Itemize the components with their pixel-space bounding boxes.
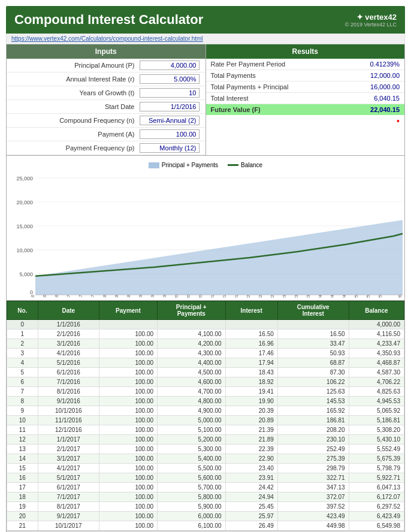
- result-value-0: 0.41239%: [352, 61, 400, 68]
- table-cell: 4,800.00: [158, 397, 225, 406]
- table-cell: 6,549.98: [349, 521, 404, 531]
- table-cell: 6/1/2017: [38, 483, 99, 492]
- table-cell: 6: [7, 377, 38, 387]
- table-cell: 4,233.47: [349, 339, 404, 349]
- result-row-1: Total Payments 12,000.00: [206, 70, 405, 81]
- table-cell: 4,600.00: [158, 377, 225, 387]
- table-cell: 100.00: [99, 358, 157, 368]
- result-value-3: 6,040.15: [352, 95, 400, 102]
- input-value-0[interactable]: 4,000.00: [140, 61, 200, 70]
- table-cell: 17.94: [225, 358, 277, 368]
- table-row: 56/1/2016100.004,500.0018.4387.304,587.3…: [7, 368, 404, 377]
- header: Compound Interest Calculator ✦ vertex42 …: [6, 6, 405, 34]
- results-header: Results: [206, 44, 405, 59]
- table-cell: 4,100.00: [158, 330, 225, 339]
- input-value-6[interactable]: Monthly (12): [140, 143, 200, 153]
- table-cell: 25.97: [225, 512, 277, 521]
- table-cell: 3/1/2016: [38, 339, 99, 349]
- result-value-1: 12,000.00: [352, 72, 400, 79]
- table-cell: 449.98: [277, 521, 349, 531]
- table-cell: 230.10: [277, 435, 349, 445]
- table-cell: 100.00: [99, 387, 157, 397]
- input-value-3[interactable]: 1/1/2016: [140, 102, 200, 111]
- input-label-1: Annual Interest Rate (r): [13, 75, 140, 83]
- table-cell: 322.71: [277, 473, 349, 483]
- col-header-balance: Balance: [349, 301, 404, 320]
- table-cell: 4,200.00: [158, 339, 225, 349]
- data-table: No. Date Payment Principal +Payments Int…: [7, 301, 404, 531]
- table-cell: 397.52: [277, 502, 349, 512]
- table-cell: 4/1/2016: [38, 349, 99, 358]
- table-cell: 347.13: [277, 483, 349, 492]
- svg-text:9/1/2021: 9/1/2021: [234, 295, 238, 298]
- svg-text:10,000: 10,000: [16, 247, 33, 253]
- table-cell: 5,430.10: [349, 435, 404, 445]
- table-cell: 106.22: [277, 377, 349, 387]
- table-cell: 4,825.63: [349, 387, 404, 397]
- table-cell: 100.00: [99, 330, 157, 339]
- table-row: 910/1/2016100.004,900.0020.39165.925,065…: [7, 406, 404, 416]
- svg-text:9/1/2018: 9/1/2018: [126, 295, 131, 298]
- table-cell: 11/1/2016: [38, 416, 99, 425]
- table-cell: 17: [7, 483, 38, 492]
- table-cell: 7/1/2017: [38, 492, 99, 502]
- table-cell: 9/1/2016: [38, 397, 99, 406]
- result-row-future-value: Future Value (F) 22,040.15: [206, 104, 405, 115]
- table-cell: 3: [7, 349, 38, 358]
- table-cell: 100.00: [99, 368, 157, 377]
- table-cell: 100.00: [99, 464, 157, 473]
- table-row: 01/1/20164,000.00: [7, 320, 404, 330]
- table-cell: 6,100.00: [158, 521, 225, 531]
- table-cell: 100.00: [99, 473, 157, 483]
- svg-text:9/1/2024: 9/1/2024: [342, 295, 346, 298]
- input-label-6: Payment Frequency (p): [13, 144, 140, 152]
- input-value-5[interactable]: 100.00: [140, 129, 200, 139]
- table-cell: 2/1/2017: [38, 445, 99, 454]
- table-cell: 4/1/2017: [38, 464, 99, 473]
- url-link[interactable]: https://www.vertex42.com/Calculators/com…: [11, 35, 203, 42]
- input-label-5: Payment (A): [13, 131, 140, 138]
- svg-text:15,000: 15,000: [16, 223, 33, 229]
- input-label-0: Principal Amount (P): [13, 62, 140, 69]
- table-row: 1112/1/2016100.005,100.0021.39208.205,30…: [7, 425, 404, 435]
- table-cell: 19.90: [225, 397, 277, 406]
- app-title: Compound Interest Calculator: [14, 12, 203, 28]
- table-cell: 21: [7, 521, 38, 531]
- table-cell: 5,700.00: [158, 483, 225, 492]
- table-cell: 100.00: [99, 492, 157, 502]
- table-row: 143/1/2017100.005,400.0022.90275.395,675…: [7, 454, 404, 464]
- table-row: 198/1/2017100.005,900.0025.45397.526,297…: [7, 502, 404, 512]
- table-cell: 24.42: [225, 483, 277, 492]
- result-row-3: Total Interest 6,040.15: [206, 93, 405, 104]
- svg-text:9/1/2016: 9/1/2016: [55, 295, 59, 298]
- table-row: 1011/1/2016100.005,000.0020.89186.815,18…: [7, 416, 404, 425]
- table-cell: 23.91: [225, 473, 277, 483]
- table-cell: 21.89: [225, 435, 277, 445]
- input-value-4[interactable]: Semi-Annual (2): [140, 116, 200, 125]
- table-cell: 9: [7, 406, 38, 416]
- svg-text:1/1/2019: 1/1/2019: [138, 295, 143, 298]
- input-row-1: Annual Interest Rate (r) 5.000%: [7, 72, 206, 86]
- table-cell: 100.00: [99, 521, 157, 531]
- col-header-no: No.: [7, 301, 38, 320]
- input-value-2[interactable]: 10: [140, 88, 200, 98]
- table-cell: 6,297.52: [349, 502, 404, 512]
- table-cell: [225, 320, 277, 330]
- col-header-interest: Interest: [225, 301, 277, 320]
- result-label-0: Rate Per Payment Period: [211, 61, 352, 68]
- table-cell: 208.20: [277, 425, 349, 435]
- table-cell: 7/1/2016: [38, 377, 99, 387]
- table-cell: 20: [7, 512, 38, 521]
- table-cell: 100.00: [99, 454, 157, 464]
- svg-text:5/1/2019: 5/1/2019: [150, 295, 155, 298]
- table-cell: 22.90: [225, 454, 277, 464]
- table-cell: 16: [7, 473, 38, 483]
- table-cell: 100.00: [99, 397, 157, 406]
- copyright: © 2019 Vertex42 LLC: [345, 22, 397, 28]
- svg-text:9/1/2019: 9/1/2019: [162, 295, 167, 298]
- svg-text:5/1/2025: 5/1/2025: [366, 295, 370, 298]
- table-cell: 5,100.00: [158, 425, 225, 435]
- table-cell: 2/1/2016: [38, 330, 99, 339]
- input-value-1[interactable]: 5.000%: [140, 74, 200, 84]
- table-cell: 23.40: [225, 464, 277, 473]
